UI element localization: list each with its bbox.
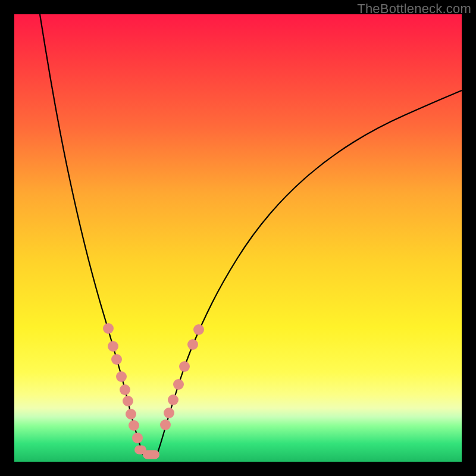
data-point xyxy=(111,354,122,365)
data-point xyxy=(160,419,171,430)
data-point xyxy=(120,384,130,395)
watermark-text: TheBottleneck.com xyxy=(357,1,471,17)
data-point xyxy=(164,408,174,418)
chart-canvas xyxy=(14,14,462,462)
data-point xyxy=(187,339,198,350)
data-point xyxy=(108,341,118,352)
chart-svg xyxy=(14,14,462,462)
data-point xyxy=(126,409,136,419)
data-markers xyxy=(103,323,204,459)
curve-right xyxy=(157,90,462,455)
data-point xyxy=(123,396,133,406)
data-point xyxy=(168,394,178,405)
data-point-bottom xyxy=(143,450,159,459)
data-point xyxy=(116,371,127,382)
data-point xyxy=(173,379,184,390)
data-point xyxy=(129,420,139,431)
data-point xyxy=(193,324,204,335)
data-point xyxy=(179,361,190,372)
data-point xyxy=(132,433,143,443)
data-point xyxy=(103,323,114,334)
